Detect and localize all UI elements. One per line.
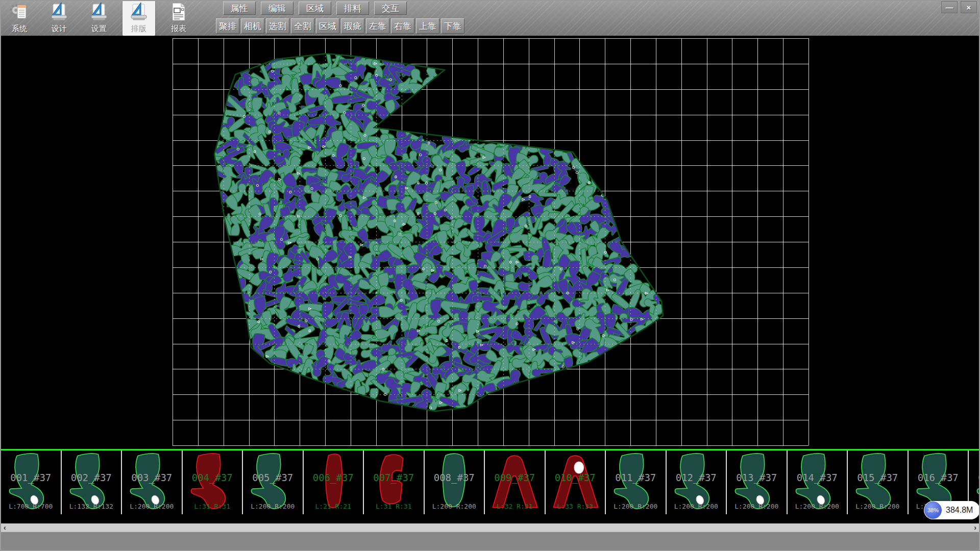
action-button[interactable]: 左靠 [366, 18, 389, 34]
piece-name-label: 007_#37 [364, 472, 424, 483]
piece-name-label: 008_#37 [425, 472, 484, 483]
close-button[interactable]: × [961, 1, 977, 13]
piece-lr-count-label: L:700 R:700 [1, 503, 61, 510]
piece-thumbnail[interactable]: 013_#37L:200 R:200 [727, 450, 788, 514]
horizontal-scrollbar[interactable]: ‹ › [1, 523, 979, 532]
menu-button[interactable]: 区域 [299, 2, 331, 15]
piece-lr-count-label: L:200 R:200 [606, 503, 666, 510]
piece-lr-count-label: L:200 R:200 [667, 503, 726, 510]
piece-lr-count-label: L:200 R:200 [243, 503, 303, 510]
piece-lr-count-label: L:21 R:21 [304, 503, 363, 510]
piece-thumbnail[interactable]: 002_#37L:132 R:132 [62, 450, 122, 514]
scroll-right-arrow-icon[interactable]: › [974, 523, 976, 532]
mode-button[interactable]: 系统 [3, 0, 36, 36]
piece-thumbnail[interactable]: 015_#37L:200 R:200 [848, 450, 909, 514]
system-icon [8, 0, 31, 23]
scroll-left-arrow-icon[interactable]: ‹ [4, 523, 6, 532]
piece-filmstrip: 001_#37L:700 R:700002_#37L:132 R:132003_… [0, 449, 980, 515]
status-bar [1, 532, 979, 550]
piece-name-label: 014_#37 [788, 472, 847, 483]
action-button[interactable]: 相机 [241, 18, 264, 34]
mode-button-label: 报表 [171, 23, 186, 34]
memory-badge[interactable]: 38% 384.8M [924, 501, 980, 519]
mode-buttons: 系统设计设置排版报表 [3, 0, 195, 36]
ruler-icon [128, 0, 150, 23]
piece-name-label: 010_#37 [546, 472, 605, 483]
piece-thumbnail[interactable]: 003_#37L:200 R:200 [122, 450, 183, 514]
menu-bar: 属性编辑区域排料交互 [223, 2, 407, 15]
mode-button-label: 排版 [131, 23, 146, 34]
action-button[interactable]: 聚排 [216, 18, 239, 34]
piece-thumbnail[interactable]: 012_#37L:200 R:200 [667, 450, 727, 514]
window-controls: — × [941, 1, 977, 13]
report-icon [167, 0, 190, 23]
piece-name-label: 001_#37 [1, 472, 61, 483]
action-button[interactable]: 选割 [266, 18, 289, 34]
piece-thumbnail[interactable]: 005_#37L:200 R:200 [243, 450, 304, 514]
menu-button[interactable]: 编辑 [261, 2, 293, 15]
piece-name-label: 012_#37 [667, 472, 726, 483]
piece-name-label: 015_#37 [848, 472, 908, 483]
action-bar: 聚排相机选割全割区域瑕疵左靠右靠上靠下靠 [216, 18, 464, 34]
mode-button[interactable]: 设置 [83, 0, 115, 36]
piece-lr-count-label: L:200 R:200 [727, 503, 787, 510]
piece-thumbnail[interactable]: 006_#37L:21 R:21 [304, 450, 364, 514]
mode-button[interactable]: 设计 [43, 0, 76, 36]
piece-lr-count-label: L:31 R:31 [364, 503, 424, 510]
filmstrip-cells: 001_#37L:700 R:700002_#37L:132 R:132003_… [0, 450, 980, 515]
piece-thumbnail[interactable]: 014_#37L:200 R:200 [788, 450, 848, 514]
menu-button[interactable]: 属性 [223, 2, 256, 15]
piece-name-label: 003_#37 [122, 472, 182, 483]
menu-button[interactable]: 排料 [336, 2, 369, 15]
memory-percent-circle: 38% [924, 502, 942, 519]
minimize-button[interactable]: — [941, 1, 958, 13]
mode-button[interactable]: 排版 [122, 0, 155, 36]
mode-button-label: 系统 [12, 23, 27, 34]
action-button[interactable]: 全割 [291, 18, 314, 34]
piece-lr-count-label: L:31 R:31 [183, 503, 242, 510]
piece-lr-count-label: L:200 R:200 [122, 503, 182, 510]
piece-lr-count-label: L:32 R:31 [485, 503, 545, 510]
piece-thumbnail[interactable]: 007_#37L:31 R:31 [364, 450, 425, 514]
memory-value: 384.8M [946, 506, 973, 515]
piece-lr-count-label: L:33 R:33 [546, 503, 605, 510]
mode-button[interactable]: 报表 [162, 0, 195, 36]
piece-thumbnail[interactable]: 010_#37L:33 R:33 [546, 450, 606, 514]
mode-button-label: 设置 [91, 23, 107, 34]
piece-name-label: 005_#37 [243, 472, 303, 483]
action-button[interactable]: 下靠 [441, 18, 464, 34]
action-button[interactable]: 上靠 [416, 18, 439, 34]
piece-name-label: 009_#37 [485, 472, 545, 483]
main-toolbar: 系统设计设置排版报表 属性编辑区域排料交互 聚排相机选割全割区域瑕疵左靠右靠上靠… [0, 0, 980, 36]
piece-name-label: 013_#37 [727, 472, 787, 483]
piece-name-label: 004_#37 [183, 472, 242, 483]
piece-thumbnail[interactable]: 004_#37L:31 R:31 [183, 450, 243, 514]
piece-thumbnail[interactable]: 009_#37L:32 R:31 [485, 450, 546, 514]
piece-name-label: 011_#37 [606, 472, 666, 483]
piece-lr-count-label: L:200 R:200 [788, 503, 847, 510]
piece-lr-count-label: L:200 R:200 [425, 503, 484, 510]
action-button[interactable]: 瑕疵 [341, 18, 364, 34]
action-button[interactable]: 区域 [316, 18, 339, 34]
piece-name-label: 016_#37 [909, 472, 968, 483]
mode-button-label: 设计 [52, 23, 67, 34]
piece-lr-count-label: L:132 R:132 [62, 503, 121, 510]
nesting-canvas[interactable] [0, 36, 980, 449]
action-button[interactable]: 右靠 [391, 18, 414, 34]
piece-thumbnail[interactable]: 001_#37L:700 R:700 [0, 450, 62, 514]
piece-name-label: 017_#37 [969, 472, 980, 483]
piece-name-label: 002_#37 [62, 472, 121, 483]
ruler-icon [88, 0, 110, 23]
piece-name-label: 006_#37 [304, 472, 363, 483]
piece-thumbnail[interactable]: 008_#37L:200 R:200 [425, 450, 485, 514]
piece-thumbnail[interactable]: 011_#37L:200 R:200 [606, 450, 667, 514]
piece-lr-count-label: L:200 R:200 [848, 503, 908, 510]
menu-button[interactable]: 交互 [374, 2, 407, 15]
ruler-icon [48, 0, 70, 23]
